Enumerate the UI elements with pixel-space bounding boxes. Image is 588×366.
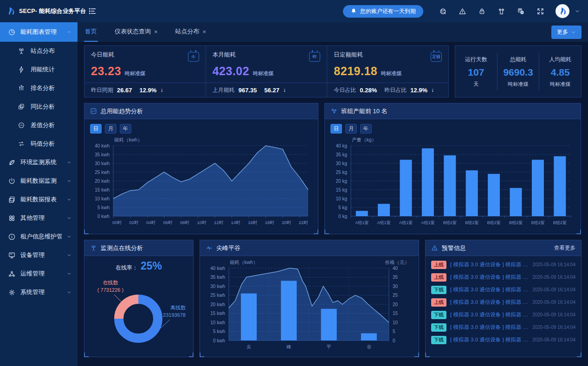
pulse-icon	[206, 244, 213, 251]
svg-text:15 kg: 15 kg	[336, 187, 347, 193]
sidebar-item-排名分析[interactable]: 排名分析	[0, 79, 78, 97]
svg-text:能耗（kwh）: 能耗（kwh）	[230, 259, 258, 265]
stat-card-title: 本月能耗	[213, 51, 236, 59]
period-tab-月[interactable]: 月	[105, 124, 116, 134]
sidebar-item-码值分析[interactable]: 码值分析	[0, 135, 78, 153]
alert-message: [ 模拟器 3.0 通信设备 ] 模拟器 3.0...	[450, 336, 529, 343]
alert-row[interactable]: 上线[ 模拟器 3.0 通信设备 ] 模拟器 3.0...2020-05-09 …	[426, 258, 581, 271]
leaf-icon	[8, 159, 16, 167]
device-icon	[8, 251, 16, 259]
sidebar-group-系统管理[interactable]: 系统管理	[0, 283, 78, 302]
period-tab-日[interactable]: 日	[330, 124, 342, 134]
tab-label: 仪表状态查询	[115, 27, 151, 36]
svg-text:25 kg: 25 kg	[336, 170, 347, 175]
summary-panel: 运行天数107天总能耗9690.3吨标准煤人均能耗4.85吨标准煤	[455, 45, 582, 97]
stat-cards: 今日能耗今23.23吨标准煤昨日同期26.6712.9%↓本月能耗昨423.02…	[84, 45, 449, 97]
dup-icon	[18, 103, 25, 110]
period-tab-日[interactable]: 日	[90, 124, 102, 134]
sidebar-item-label: 站点分布	[31, 47, 55, 55]
header-icon-row: A	[439, 7, 544, 15]
svg-text:B组2室: B组2室	[443, 220, 457, 225]
view-more-link[interactable]: 查看更多	[554, 244, 575, 251]
alert-row[interactable]: 下线[ 模拟器 3.0 通信设备 ] 模拟器 3.0...2020-05-09 …	[426, 308, 581, 321]
chevron-down-icon	[66, 215, 72, 221]
svg-text:40 kwh: 40 kwh	[95, 143, 110, 148]
sidebar-group-环境监测系统[interactable]: 环境监测系统	[0, 153, 78, 172]
avatar-flame-icon	[558, 6, 567, 16]
stats-row: 今日能耗今23.23吨标准煤昨日同期26.6712.9%↓本月能耗昨423.02…	[84, 45, 582, 97]
sidebar-item-用能统计[interactable]: 用能统计	[0, 60, 78, 79]
sidebar-item-同比分析[interactable]: 同比分析	[0, 97, 78, 116]
sidebar-group-租户信息维护管理[interactable]: 租户信息维护管理	[0, 227, 78, 246]
palette-icon[interactable]	[439, 7, 447, 15]
period-tab-年[interactable]: 年	[120, 124, 131, 134]
more-button[interactable]: 更多	[551, 26, 582, 39]
stat-card-title: 日定额能耗	[334, 51, 363, 59]
svg-text:谷: 谷	[367, 344, 371, 349]
app-logo: SECP- 能耗综合业务平台	[0, 0, 78, 22]
tab-label: 站点分布	[175, 27, 200, 36]
fullscreen-icon[interactable]	[536, 7, 544, 15]
close-tab-icon[interactable]: ×	[154, 29, 158, 35]
svg-text:30 kwh: 30 kwh	[210, 284, 225, 289]
notification-pill[interactable]: 您的账户还有一天到期	[343, 5, 423, 18]
language-icon[interactable]: A	[517, 7, 525, 15]
svg-text:23193678: 23193678	[163, 312, 186, 318]
status-badge: 上线	[431, 298, 446, 307]
tab-仪表状态查询[interactable]: 仪表状态查询×	[114, 22, 159, 42]
menu-collapse-icon[interactable]	[88, 6, 97, 16]
online-panel-body: 在线率： 25% 在线数( 7731226 )离线数23193678	[84, 260, 193, 356]
alert-row[interactable]: 上线[ 模拟器 3.0 通信设备 ] 模拟器 3.0...2020-05-09 …	[426, 271, 581, 283]
alert-row[interactable]: 上线[ 模拟器 3.0 通信设备 ] 模拟器 3.0...2020-05-09 …	[426, 296, 581, 308]
period-tab-年[interactable]: 年	[360, 124, 372, 134]
sidebar-group-label: 能耗数据报表	[20, 195, 62, 204]
tab-bar: 首页仪表状态查询×站点分布× 更多	[78, 22, 588, 42]
down-arrow-icon: ↓	[160, 87, 163, 93]
stat-card-今日能耗: 今日能耗今23.23吨标准煤昨日同期26.6712.9%↓	[84, 46, 206, 97]
svg-text:25: 25	[393, 293, 398, 298]
avatar[interactable]	[556, 4, 569, 18]
svg-text:离线数: 离线数	[170, 305, 186, 310]
stat-card-title: 今日能耗	[91, 51, 114, 59]
svg-text:18时: 18时	[265, 220, 275, 225]
stat-footer-item: 56.27↓	[264, 87, 286, 94]
skin-icon[interactable]	[498, 7, 505, 15]
alert-row[interactable]: 下线[ 模拟器 3.0 通信设备 ] 模拟器 3.0...2020-05-09 …	[426, 334, 581, 346]
tab-首页[interactable]: 首页	[84, 22, 98, 42]
alert-time: 2020-05-09 16:14:04	[532, 262, 575, 267]
online-analysis-panel: 监测点在线分析 在线率： 25% 在线数( 7731226 )离线数231936…	[84, 240, 194, 357]
sidebar-group-能耗图表管理[interactable]: 能耗图表管理	[0, 22, 78, 42]
close-tab-icon[interactable]: ×	[203, 29, 207, 35]
sidebar-group-运维管理[interactable]: 运维管理	[0, 264, 78, 283]
svg-text:5: 5	[393, 329, 395, 334]
alert-row[interactable]: 下线[ 模拟器 3.0 通信设备 ] 模拟器 3.0...2020-05-09 …	[426, 283, 581, 296]
status-badge: 上线	[431, 273, 446, 282]
alerts-panel: 预警信息 查看更多 上线[ 模拟器 3.0 通信设备 ] 模拟器 3.0...2…	[425, 240, 582, 357]
tab-站点分布[interactable]: 站点分布×	[174, 22, 207, 42]
alert-time: 2020-05-09 16:14:04	[532, 275, 575, 280]
stat-card-value: 423.02	[213, 64, 249, 78]
stat-card-footer: 今日占比0.28%昨日占比12.9%↓	[327, 83, 448, 97]
sidebar-group-设备管理[interactable]: 设备管理	[0, 246, 78, 264]
chevron-down-icon[interactable]	[574, 8, 581, 14]
sidebar-group-其他管理[interactable]: 其他管理	[0, 209, 78, 227]
sidebar-group-label: 其他管理	[20, 214, 62, 222]
warning-icon[interactable]	[459, 7, 466, 15]
sidebar-group-能耗数据报表[interactable]: 能耗数据报表	[0, 190, 78, 209]
sidebar-item-差值分析[interactable]: 差值分析	[0, 116, 78, 135]
period-tab-月[interactable]: 月	[345, 124, 357, 134]
sidebar-item-label: 码值分析	[31, 140, 55, 148]
pie-icon	[8, 28, 16, 36]
chevron-down-icon	[66, 178, 72, 184]
summary-value: 9690.3	[498, 67, 538, 78]
online-rate-value: 25%	[141, 260, 162, 272]
lock-icon[interactable]	[478, 7, 486, 15]
stat-footer-item: 昨日同期26.67	[91, 86, 132, 94]
svg-text:04时: 04时	[146, 220, 156, 225]
svg-text:A组1室: A组1室	[421, 220, 434, 225]
sidebar-group-能耗数据监测[interactable]: 能耗数据监测	[0, 172, 78, 190]
alert-message: [ 模拟器 3.0 通信设备 ] 模拟器 3.0...	[450, 274, 529, 281]
summary-item-运行天数: 运行天数107天	[455, 53, 497, 90]
alert-row[interactable]: 下线[ 模拟器 3.0 通信设备 ] 模拟器 3.0...2020-05-09 …	[426, 321, 581, 334]
sidebar-item-站点分布[interactable]: 站点分布	[0, 42, 78, 60]
